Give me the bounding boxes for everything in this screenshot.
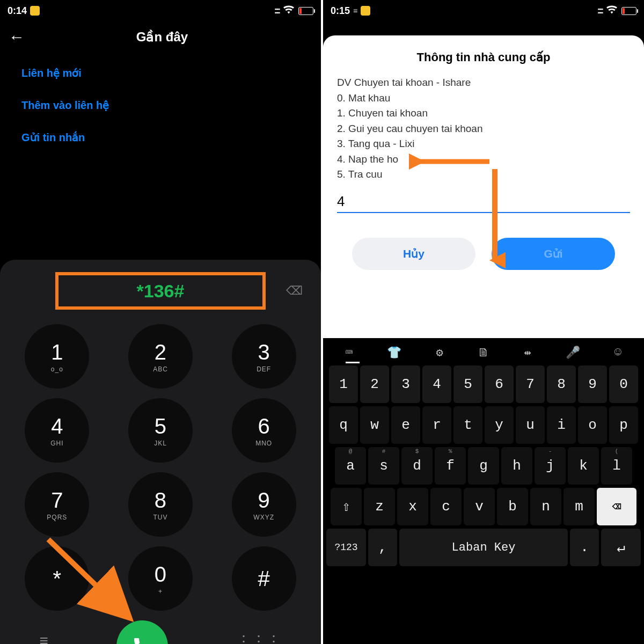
ussd-input[interactable]: 4 <box>337 189 630 212</box>
modal-body: DV Chuyen tai khoan - Ishare0. Mat khau1… <box>337 75 630 182</box>
link-list: Liên hệ mới Thêm vào liên hệ Gửi tin nhắ… <box>0 52 321 159</box>
dialed-number-highlight: *136# <box>55 272 266 310</box>
backspace-icon[interactable]: ⌫ <box>286 284 303 298</box>
kbd-key-w[interactable]: w <box>360 406 389 444</box>
key-0[interactable]: 0+ <box>128 546 193 611</box>
kbd-key-g[interactable]: g <box>468 447 499 485</box>
status-extra-icon: ≡ <box>353 6 357 15</box>
kbd-key-p[interactable]: p <box>609 406 638 444</box>
kbd-space-key[interactable]: Laban Key <box>399 529 568 566</box>
call-button[interactable] <box>116 620 168 644</box>
status-time: 0:14 <box>8 5 27 17</box>
kbd-doc-icon[interactable]: 🗎 <box>478 346 489 360</box>
kbd-key-8[interactable]: 8 <box>547 365 576 403</box>
kbd-key-s[interactable]: s# <box>368 447 399 485</box>
key-*[interactable]: * <box>25 546 89 611</box>
kbd-clipboard-icon[interactable]: 👕 <box>387 346 401 360</box>
kbd-key-y[interactable]: y <box>485 406 514 444</box>
key-4[interactable]: 4GHI <box>25 398 89 463</box>
kbd-key-b[interactable]: b <box>497 488 528 525</box>
key-7[interactable]: 7PQRS <box>25 472 89 537</box>
kbd-mic-icon[interactable]: 🎤 <box>566 346 580 360</box>
kbd-settings-icon[interactable]: ⚙ <box>436 346 443 360</box>
signal-icon: :::: <box>274 6 279 16</box>
modal-line: 0. Mat khau <box>337 91 630 106</box>
kbd-emoji-icon[interactable]: ☺ <box>614 346 621 360</box>
kbd-key-7[interactable]: 7 <box>516 365 545 403</box>
send-message-link[interactable]: Gửi tin nhắn <box>0 121 321 153</box>
kbd-key-i[interactable]: i <box>547 406 576 444</box>
input-underline <box>337 212 630 213</box>
kbd-key-c[interactable]: c <box>430 488 462 525</box>
kbd-key-v[interactable]: v <box>464 488 495 525</box>
keypad: 1o_o2ABC3DEF4GHI5JKL6MNO7PQRS8TUV9WXYZ*0… <box>5 324 316 611</box>
key-3[interactable]: 3DEF <box>232 324 296 389</box>
header: ← Gần đây <box>0 18 321 52</box>
keyboard-toolbar: ⌨ 👕 ⚙ 🗎 ⇹ 🎤 ☺ <box>326 341 641 365</box>
kbd-key-4[interactable]: 4 <box>422 365 451 403</box>
kbd-key-q[interactable]: q <box>329 406 358 444</box>
modal-line: 5. Tra cuu <box>337 167 630 182</box>
status-app-icon <box>361 6 370 16</box>
kbd-key-3[interactable]: 3 <box>391 365 420 403</box>
status-bar: 0:15 ≡ :::: <box>323 0 644 18</box>
right-screenshot: 0:15 ≡ :::: Thông tin nhà cung cấp DV Ch… <box>321 0 644 644</box>
dialpad-icon[interactable]: ⋮⋮⋮ <box>236 632 281 645</box>
kbd-key-a[interactable]: a@ <box>335 447 366 485</box>
wifi-icon <box>606 5 617 17</box>
key-9[interactable]: 9WXYZ <box>232 472 296 537</box>
kbd-period-key[interactable]: . <box>570 529 599 566</box>
status-time: 0:15 <box>331 5 350 17</box>
modal-line: 3. Tang qua - Lixi <box>337 136 630 152</box>
kbd-key-e[interactable]: e <box>391 406 420 444</box>
left-screenshot: 0:14 :::: ← Gần đây Liên hệ mới Thêm vào… <box>0 0 321 644</box>
back-button[interactable]: ← <box>9 28 25 46</box>
kbd-key-l[interactable]: l( <box>601 447 632 485</box>
kbd-key-d[interactable]: d$ <box>401 447 433 485</box>
key-6[interactable]: 6MNO <box>232 398 296 463</box>
battery-icon <box>621 7 636 15</box>
kbd-key-k[interactable]: k <box>568 447 599 485</box>
page-title: Gần đây <box>25 30 299 45</box>
kbd-enter-key[interactable]: ↵ <box>601 529 641 566</box>
kbd-key-r[interactable]: r <box>422 406 451 444</box>
key-8[interactable]: 8TUV <box>128 472 193 537</box>
modal-line: 4. Nap the ho <box>337 152 630 167</box>
kbd-layout-icon[interactable]: ⌨ <box>346 346 353 360</box>
new-contact-link[interactable]: Liên hệ mới <box>0 57 321 89</box>
kbd-symbols-key[interactable]: ?123 <box>326 529 366 566</box>
kbd-key-2[interactable]: 2 <box>360 365 389 403</box>
kbd-key-u[interactable]: u <box>516 406 545 444</box>
kbd-key-6[interactable]: 6 <box>485 365 514 403</box>
kbd-key-m[interactable]: m <box>564 488 595 525</box>
kbd-key-1[interactable]: 1 <box>329 365 358 403</box>
key-1[interactable]: 1o_o <box>25 324 89 389</box>
kbd-key-j[interactable]: j- <box>535 447 566 485</box>
dialer: *136# ⌫ 1o_o2ABC3DEF4GHI5JKL6MNO7PQRS8TU… <box>0 260 321 644</box>
send-button[interactable]: Gửi <box>492 238 615 270</box>
kbd-delete-key[interactable]: ⌫ <box>597 488 636 525</box>
kbd-key-t[interactable]: t <box>453 406 482 444</box>
status-bar: 0:14 :::: <box>0 0 321 18</box>
kbd-comma-key[interactable]: , <box>368 529 397 566</box>
kbd-key-5[interactable]: 5 <box>453 365 482 403</box>
kbd-key-x[interactable]: x <box>397 488 428 525</box>
kbd-key-9[interactable]: 9 <box>578 365 607 403</box>
cancel-button[interactable]: Hủy <box>352 238 475 270</box>
kbd-key-h[interactable]: h <box>501 447 532 485</box>
kbd-key-z[interactable]: z <box>364 488 395 525</box>
kbd-cursor-icon[interactable]: ⇹ <box>524 346 531 360</box>
dialed-number: *136# <box>137 281 185 302</box>
wifi-icon <box>283 5 294 17</box>
kbd-shift-key[interactable]: ⇧ <box>331 488 362 525</box>
kbd-key-0[interactable]: 0 <box>609 365 638 403</box>
add-to-contact-link[interactable]: Thêm vào liên hệ <box>0 89 321 121</box>
keyboard: ⌨ 👕 ⚙ 🗎 ⇹ 🎤 ☺ 1234567890 qwertyuiop a@s#… <box>323 338 644 644</box>
menu-icon[interactable]: ≡ <box>40 632 48 644</box>
key-#[interactable]: # <box>232 546 296 611</box>
key-5[interactable]: 5JKL <box>128 398 193 463</box>
kbd-key-o[interactable]: o <box>578 406 607 444</box>
kbd-key-n[interactable]: n <box>530 488 561 525</box>
kbd-key-f[interactable]: f% <box>435 447 466 485</box>
key-2[interactable]: 2ABC <box>128 324 193 389</box>
